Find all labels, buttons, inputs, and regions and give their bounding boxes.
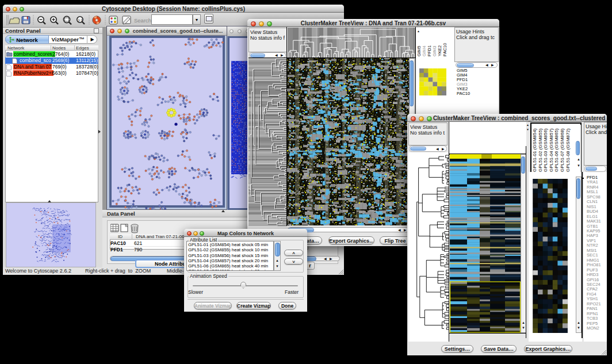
svg-text:1:1: 1:1	[78, 18, 83, 22]
svg-text:GPL51-03 (GSM856): GPL51-03 (GSM856)	[543, 128, 548, 172]
svg-text:GIM4: GIM4	[422, 46, 427, 56]
svg-text:GPL51-08 (GSM872): GPL51-08 (GSM872)	[565, 128, 571, 172]
svg-text:GPL51-01 (GSM854): GPL51-01 (GSM854)	[532, 128, 537, 172]
svg-text:PFD1: PFD1	[427, 45, 432, 56]
svg-text:Search:: Search:	[134, 17, 153, 24]
svg-text:GPL51-06 (GSM865): GPL51-06 (GSM865)	[554, 128, 559, 172]
svg-text:GIM5: GIM5	[416, 46, 422, 56]
svg-text:GIM3: GIM3	[432, 46, 437, 56]
svg-text:YKE2: YKE2	[437, 45, 442, 56]
svg-text:PAC10: PAC10	[442, 43, 447, 56]
svg-text:GPL51-04 (GSM857): GPL51-04 (GSM857)	[549, 128, 554, 172]
svg-text:GPL51-07 (GSM868): GPL51-07 (GSM868)	[560, 128, 565, 172]
svg-text:GPL51-02 (GSM855): GPL51-02 (GSM855)	[538, 128, 543, 172]
